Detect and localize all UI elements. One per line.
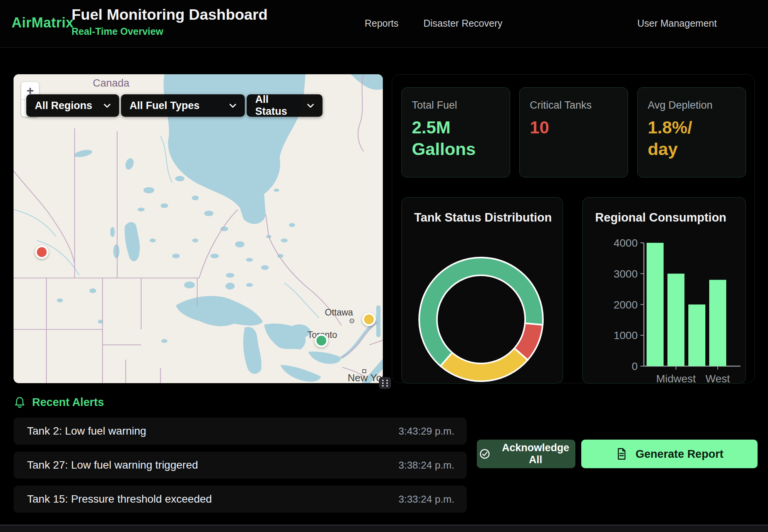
y-axis-tick-label: 2000 <box>614 299 638 311</box>
chevron-down-icon <box>104 104 111 108</box>
stat-value: 2.5M Gallons <box>412 117 500 160</box>
x-axis-tick-label: West <box>705 373 730 384</box>
bar-region-0 <box>647 243 664 366</box>
page-subtitle: Real-Time Overview <box>72 26 268 37</box>
status-filter-value: All Status <box>255 94 300 118</box>
stat-label: Avg Depletion <box>648 99 736 111</box>
region-filter-dropdown[interactable]: All Regions <box>26 94 119 117</box>
nav-item-reports[interactable]: Reports <box>365 18 399 29</box>
fuel-type-filter-dropdown[interactable]: All Fuel Types <box>121 94 245 117</box>
bell-icon <box>14 396 25 409</box>
app-logo: AirMatrix <box>12 15 74 31</box>
generate-report-label: Generate Report <box>635 448 723 460</box>
alert-row: Tank 15: Pressure threshold exceeded 3:3… <box>14 486 467 513</box>
stat-card-critical-tanks: Critical Tanks 10 <box>519 87 628 177</box>
chevron-down-icon <box>229 104 236 108</box>
nav-item-user-management[interactable]: User Management <box>637 18 717 29</box>
title-block: Fuel Monitoring Dashboard Real-Time Over… <box>72 6 268 37</box>
fuel-type-filter-value: All Fuel Types <box>130 100 200 112</box>
stat-card-avg-depletion: Avg Depletion 1.8%/ day <box>637 87 746 177</box>
window-bottom-strip <box>0 525 768 532</box>
y-axis-tick-label: 4000 <box>614 237 638 249</box>
alert-message: Tank 15: Pressure threshold exceeded <box>27 493 212 505</box>
stat-value: 1.8%/ day <box>648 117 736 160</box>
region-filter-value: All Regions <box>35 100 92 112</box>
alert-timestamp: 3:38:24 p.m. <box>398 459 454 471</box>
page-title: Fuel Monitoring Dashboard <box>72 6 268 24</box>
new-york-town-icon <box>363 370 366 373</box>
y-axis-tick-label: 0 <box>631 360 638 372</box>
chevron-down-icon <box>307 104 314 108</box>
acknowledge-all-label: Acknowledge All <box>498 442 573 466</box>
y-axis-tick-label: 1000 <box>614 329 638 341</box>
donut-segment-warning <box>440 348 528 381</box>
y-axis-tick-label: 3000 <box>614 268 638 280</box>
stat-label: Critical Tanks <box>530 99 618 111</box>
map-label-new-york: New York <box>348 372 383 383</box>
regional-consumption-chart-card: Regional Consumption 01000200030004000Mi… <box>582 197 746 384</box>
tank-status-chart-card: Tank Status Distribution <box>401 197 563 384</box>
tank-marker-normal[interactable] <box>316 335 327 346</box>
recent-alerts-title: Recent Alerts <box>32 396 104 409</box>
bar-region-2 <box>688 305 705 367</box>
alert-row: Tank 27: Low fuel warning triggered 3:38… <box>14 452 467 479</box>
map-canvas[interactable]: Canada Ottawa Toronto New York <box>14 74 383 383</box>
alert-row: Tank 2: Low fuel warning 3:43:29 p.m. <box>14 418 467 445</box>
stat-label: Total Fuel <box>412 99 500 111</box>
alert-message: Tank 2: Low fuel warning <box>27 425 146 437</box>
map-container: Canada Ottawa Toronto New York + − All R… <box>14 74 383 383</box>
map-resize-handle[interactable] <box>379 377 391 389</box>
bar-region-3 <box>709 280 726 366</box>
map-label-ottawa: Ottawa <box>325 307 353 317</box>
tank-status-donut-chart <box>402 198 563 384</box>
stat-value: 10 <box>530 117 618 138</box>
header: AirMatrix Fuel Monitoring Dashboard Real… <box>0 0 768 48</box>
stat-card-total-fuel: Total Fuel 2.5M Gallons <box>401 87 510 177</box>
x-axis-tick-label: Midwest <box>656 373 696 384</box>
regional-consumption-bar-chart: 01000200030004000MidwestWest <box>583 198 746 384</box>
generate-report-button[interactable]: Generate Report <box>581 440 758 468</box>
recent-alerts-header: Recent Alerts <box>14 396 104 409</box>
nav-item-disaster-recovery[interactable]: Disaster Recovery <box>423 18 502 29</box>
ottawa-town-dot <box>351 320 352 321</box>
alert-timestamp: 3:33:24 p.m. <box>398 493 454 505</box>
status-filter-dropdown[interactable]: All Status <box>247 94 323 117</box>
dashboard-panel: Total Fuel 2.5M Gallons Critical Tanks 1… <box>392 74 755 383</box>
tank-marker-warning[interactable] <box>363 314 375 325</box>
acknowledge-all-button[interactable]: Acknowledge All <box>477 440 575 468</box>
bar-region-1 <box>667 274 684 366</box>
alert-message: Tank 27: Low fuel warning triggered <box>27 459 198 471</box>
check-circle-icon <box>479 448 490 460</box>
document-icon <box>615 447 628 460</box>
map-label-country: Canada <box>93 77 130 89</box>
alert-timestamp: 3:43:29 p.m. <box>398 425 454 437</box>
tank-marker-critical[interactable] <box>36 246 48 258</box>
